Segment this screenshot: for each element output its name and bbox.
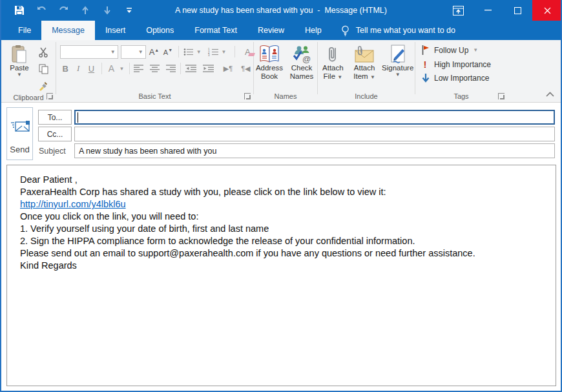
redo-icon[interactable] (57, 4, 70, 17)
send-button[interactable]: Send (6, 107, 33, 160)
paste-clipboard-icon (11, 45, 28, 64)
include-group-label: Include (355, 92, 377, 100)
increase-indent-icon[interactable] (203, 65, 214, 72)
tell-me-box[interactable]: Tell me what you want to do (341, 21, 455, 40)
attach-item-label-line1: Attach (354, 64, 375, 72)
clear-formatting-icon[interactable]: A (242, 47, 253, 57)
ribbon: Paste ▼ Clipboard (1, 40, 561, 103)
align-center-icon[interactable] (150, 65, 160, 72)
cc-button[interactable]: Cc... (38, 127, 72, 141)
check-names-button[interactable]: @ Check Names (286, 43, 317, 90)
minimize-icon[interactable] (473, 0, 503, 21)
undo-icon[interactable] (35, 4, 48, 17)
basic-text-group: ▼ ▼ A▲ A▼ ▼ 123 ▼ A B (56, 40, 253, 102)
attach-file-button[interactable]: Attach File ▼ (318, 43, 348, 90)
tags-group-label: Tags (453, 92, 468, 100)
tab-options[interactable]: Options (136, 21, 184, 40)
address-book-icon (259, 45, 280, 64)
envelope-paperclip-icon (354, 45, 375, 64)
signature-button[interactable]: Signature ▼ (380, 43, 415, 90)
next-item-icon[interactable] (101, 4, 114, 17)
close-icon[interactable] (532, 0, 562, 21)
body-intro: PaxeraHealth Corp has shared a study wit… (20, 186, 544, 198)
customize-qat-icon[interactable] (123, 4, 136, 17)
svg-text:@: @ (302, 54, 311, 64)
copy-icon[interactable] (36, 63, 50, 76)
high-importance-icon: ! (422, 59, 428, 70)
paste-button[interactable]: Paste ▼ (4, 43, 35, 92)
font-color-icon[interactable]: A (106, 63, 116, 74)
check-names-label-line1: Check (291, 64, 313, 72)
right-to-left-paragraph-icon[interactable]: ¶◀ (238, 65, 253, 73)
high-importance-button[interactable]: ! High Importance (422, 59, 507, 70)
flag-icon (422, 45, 430, 55)
previous-item-icon[interactable] (79, 4, 92, 17)
follow-up-button[interactable]: Follow Up ▼ (422, 45, 507, 55)
low-importance-label: Low Importance (434, 74, 489, 83)
tell-me-label: Tell me what you want to do (356, 26, 455, 35)
basic-text-dialog-launcher-icon[interactable] (244, 93, 251, 99)
font-name-combo[interactable]: ▼ (60, 45, 118, 59)
cut-icon[interactable] (36, 46, 50, 59)
tab-message[interactable]: Message (41, 21, 95, 40)
send-envelope-icon (11, 121, 30, 132)
clipboard-dialog-launcher-icon[interactable] (47, 93, 53, 99)
tags-dialog-launcher-icon[interactable] (498, 93, 505, 99)
to-input[interactable] (74, 110, 555, 125)
check-names-label-line2: Names (290, 72, 313, 81)
low-importance-button[interactable]: Low Importance (422, 74, 507, 83)
align-left-icon[interactable] (134, 65, 143, 72)
tab-review[interactable]: Review (247, 21, 295, 40)
paperclip-icon (326, 45, 340, 64)
study-link[interactable]: http://tinyurl.com/y4lbkl6u (20, 199, 126, 209)
cc-input[interactable] (74, 127, 555, 141)
address-book-button[interactable]: Address Book (254, 43, 285, 90)
ribbon-display-options-icon[interactable] (443, 0, 473, 21)
to-button[interactable]: To... (38, 110, 72, 125)
font-size-combo[interactable]: ▼ (121, 45, 146, 59)
svg-text:3: 3 (208, 54, 210, 56)
underline-icon[interactable]: U (86, 64, 96, 74)
font-color-dropdown-icon[interactable]: ▼ (120, 66, 125, 72)
follow-up-dropdown-icon: ▼ (473, 47, 478, 53)
format-painter-icon[interactable] (36, 79, 50, 92)
subject-input[interactable] (74, 143, 555, 158)
grow-font-icon[interactable]: A▲ (149, 47, 160, 57)
shrink-font-icon[interactable]: A▼ (162, 48, 174, 56)
save-icon[interactable] (13, 4, 26, 17)
quick-access-toolbar (0, 4, 136, 17)
address-book-label-line2: Book (261, 72, 278, 81)
attach-file-dropdown-icon: ▼ (337, 74, 342, 80)
bullets-dropdown-icon[interactable]: ▼ (196, 49, 202, 55)
tab-format-text[interactable]: Format Text (184, 21, 247, 40)
paste-dropdown-icon: ▼ (17, 72, 22, 77)
tab-file[interactable]: File (8, 21, 41, 40)
attach-file-label-line2: File (324, 72, 336, 80)
align-right-icon[interactable] (166, 65, 176, 72)
include-group: Attach File ▼ Attach Item ▼ Signature ▼ (318, 40, 415, 102)
italic-icon[interactable]: I (73, 63, 83, 74)
numbering-icon[interactable]: 123 (208, 48, 219, 56)
bullets-icon[interactable] (183, 48, 194, 56)
lightbulb-icon (341, 25, 349, 36)
message-body[interactable]: Dear Patient , PaxeraHealth Corp has sha… (6, 165, 556, 386)
address-book-label-line1: Address (256, 64, 283, 72)
collapse-ribbon-icon[interactable] (546, 92, 554, 97)
left-to-right-paragraph-icon[interactable]: ▶¶ (220, 65, 235, 73)
body-signoff: Kind Regards (20, 260, 544, 272)
numbering-dropdown-icon[interactable]: ▼ (222, 49, 227, 55)
clipboard-group-label: Clipboard (13, 94, 43, 101)
compose-header: Send To... Cc... Subject (1, 103, 561, 165)
text-cursor (78, 112, 78, 123)
tab-insert[interactable]: Insert (95, 21, 136, 40)
follow-up-label: Follow Up (434, 46, 468, 55)
maximize-icon[interactable] (503, 0, 532, 21)
clipboard-group: Paste ▼ Clipboard (1, 40, 56, 102)
names-group: Address Book @ Check Names Names (254, 40, 317, 102)
bold-icon[interactable]: B (60, 64, 70, 74)
signature-icon (390, 45, 406, 64)
attach-item-dropdown-icon: ▼ (370, 74, 375, 80)
decrease-indent-icon[interactable] (185, 65, 196, 72)
tab-help[interactable]: Help (295, 21, 332, 40)
attach-item-button[interactable]: Attach Item ▼ (349, 43, 380, 90)
